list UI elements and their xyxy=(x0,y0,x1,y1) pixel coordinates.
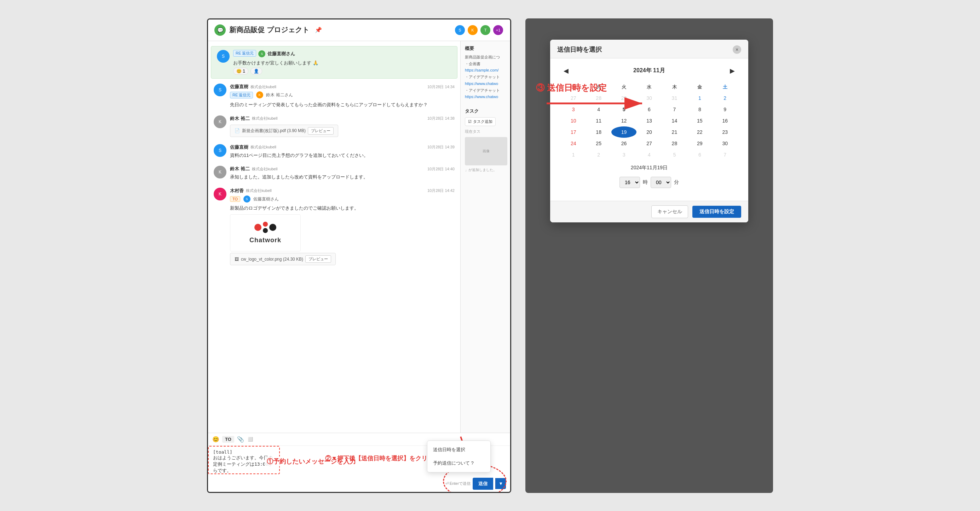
msg-company: 株式会社kubell xyxy=(250,84,276,89)
current-task-text: 現在タス xyxy=(465,129,506,134)
cal-day[interactable]: 29 xyxy=(687,138,712,149)
message-item: K 鈴木 裕二 株式会社kubell 10月28日 14:40 承知しました。追… xyxy=(208,162,460,184)
chat-input-area: 😊 TO 📎 ◻️ [toall] おはようございます。今日の定例ミーティングは… xyxy=(208,433,510,492)
emoji-icon[interactable]: 😊 xyxy=(212,436,220,443)
sidebar-image-placeholder: 画像 xyxy=(465,137,508,165)
msg-header: RE 返信元 S 佐藤直樹さん xyxy=(233,50,452,58)
send-button[interactable]: 送信 xyxy=(473,478,493,490)
reaction-icon[interactable]: 👤 xyxy=(250,68,262,75)
cal-day[interactable]: 3 xyxy=(611,149,636,160)
cal-day[interactable]: 30 xyxy=(713,138,738,149)
cal-day[interactable]: 21 xyxy=(662,126,687,138)
dot-red-large xyxy=(255,224,261,231)
cal-day[interactable]: 27 xyxy=(636,138,662,149)
msg-content: 木村香 株式会社kubell 10月28日 14:42 TO S 佐藤直樹さん … xyxy=(230,188,455,266)
task-add-button[interactable]: ☑ タスク追加 xyxy=(465,117,496,126)
msg-company: 株式会社kubell xyxy=(252,166,278,172)
mention-icon[interactable]: ◻️ xyxy=(247,436,254,443)
reaction-badge[interactable]: 😊 1 xyxy=(233,68,248,75)
cancel-button[interactable]: キャンセル xyxy=(651,205,688,218)
cal-day[interactable]: 26 xyxy=(611,138,636,149)
re-row: RE 返信元 K 鈴木 裕二さん xyxy=(230,91,455,100)
cal-day[interactable]: 7 xyxy=(713,149,738,160)
cal-day-selected[interactable]: 19 xyxy=(611,126,636,138)
msg-avatar: S xyxy=(217,50,230,63)
msg-content: 鈴木 裕二 株式会社kubell 10月28日 14:38 📄 新規企画書(改訂… xyxy=(230,115,455,137)
cal-day[interactable]: 5 xyxy=(662,149,687,160)
cal-day[interactable]: 1 xyxy=(687,93,712,104)
idea-link1[interactable]: https://www.chatwo xyxy=(465,81,506,86)
message-item: S RE 返信元 S 佐藤直樹さん お手数かけますが宜しくお願いします 🙏 😊 … xyxy=(211,46,457,79)
idea-label2: ・アイデアチャット xyxy=(465,88,506,93)
image-filename: cw_logo_vt_color.png (24.30 KB) xyxy=(241,257,303,262)
msg-content: 鈴木 裕二 株式会社kubell 10月28日 14:40 承知しました。追加し… xyxy=(230,166,455,180)
hour-select[interactable]: 16 17 18 xyxy=(619,177,640,188)
msg-header: 木村香 株式会社kubell 10月28日 14:42 xyxy=(230,188,455,194)
send-area: ⏎ Enterで送信 送信 ▼ 送信日時を選択 予約送信について ? ②▼押下後… xyxy=(208,476,510,492)
cal-day[interactable]: 25 xyxy=(586,138,611,149)
send-dropdown-button[interactable]: ▼ xyxy=(495,478,506,489)
next-month-button[interactable]: ▶ xyxy=(727,65,738,76)
cal-day[interactable]: 18 xyxy=(586,126,611,138)
msg-time: 10月28日 14:38 xyxy=(427,116,455,121)
to-avatar: S xyxy=(243,195,250,203)
cal-day[interactable]: 15 xyxy=(687,115,712,126)
cal-day[interactable]: 2 xyxy=(586,149,611,160)
msg-sender: 鈴木 裕二 xyxy=(230,115,250,122)
cal-day[interactable]: 8 xyxy=(687,104,712,115)
month-year-label: 2024年 11月 xyxy=(633,67,665,74)
re-tag: RE 返信元 xyxy=(233,50,256,57)
time-picker-row: 16 17 18 時 00 15 30 45 分 xyxy=(561,177,738,188)
cal-day[interactable]: 6 xyxy=(687,149,712,160)
preview-button[interactable]: プレビュー xyxy=(308,127,334,134)
cal-day[interactable]: 14 xyxy=(662,115,687,126)
minute-label: 分 xyxy=(674,179,679,185)
attach-icon[interactable]: 📎 xyxy=(237,436,244,443)
planning-link[interactable]: https://sample.com/ xyxy=(465,68,506,72)
idea-link2[interactable]: https://www.chatwo xyxy=(465,94,506,99)
cal-day[interactable]: 2 xyxy=(713,93,738,104)
cal-day[interactable]: 20 xyxy=(636,126,662,138)
overview-text: 新商品販促企画につ xyxy=(465,54,506,60)
modal-body: ◀ 2024年 11月 ▶ 日 月 火 水 木 金 土 xyxy=(550,58,748,201)
minute-select[interactable]: 00 15 30 45 xyxy=(651,177,671,188)
schedule-send-item[interactable]: 送信日時を選択 xyxy=(427,443,490,457)
pin-icon: 📌 xyxy=(315,27,322,33)
avatar-count: +1 xyxy=(493,24,504,36)
about-schedule-item[interactable]: 予約送信について ? xyxy=(427,457,490,470)
cal-day[interactable]: 17 xyxy=(561,126,586,138)
prev-month-button[interactable]: ◀ xyxy=(561,65,571,76)
cal-day[interactable]: 23 xyxy=(713,126,738,138)
message-input[interactable]: [toall] おはようございます。今日の定例ミーティングは13:00からです。… xyxy=(208,446,280,474)
overview-title: 概要 xyxy=(465,45,506,52)
image-preview-button[interactable]: プレビュー xyxy=(305,256,331,263)
cal-day[interactable]: 7 xyxy=(662,104,687,115)
to-tag: TO xyxy=(230,196,240,202)
to-button[interactable]: TO xyxy=(222,436,234,443)
cal-day[interactable]: 4 xyxy=(636,149,662,160)
modal-close-button[interactable]: × xyxy=(733,45,741,54)
cal-week-6: 1 2 3 4 5 6 7 xyxy=(561,149,738,160)
set-datetime-button[interactable]: 送信日時を設定 xyxy=(692,206,741,218)
channel-title: 新商品販促 プロジェクト xyxy=(229,25,309,35)
cal-day[interactable]: 22 xyxy=(687,126,712,138)
message-item: K 鈴木 裕二 株式会社kubell 10月28日 14:38 📄 新規企画書(… xyxy=(208,112,460,141)
cal-day[interactable]: 9 xyxy=(713,104,738,115)
cal-day[interactable]: 31 xyxy=(662,93,687,104)
avatar-3: T xyxy=(480,24,491,36)
cal-day[interactable]: 24 xyxy=(561,138,586,149)
msg-avatar: K xyxy=(214,166,226,179)
cal-day[interactable]: 16 xyxy=(713,115,738,126)
avatar-2: K xyxy=(467,24,478,36)
cal-day[interactable]: 1 xyxy=(561,149,586,160)
msg-text: 先日のミーティングで発表してもらった企画の資料をこちらにアップロードしてもらえま… xyxy=(230,101,455,109)
selected-date-label: 2024年11月19日 xyxy=(561,164,738,171)
send-dropdown-menu: 送信日時を選択 予約送信について ? xyxy=(427,441,491,473)
cal-day[interactable]: 28 xyxy=(662,138,687,149)
message-list: S RE 返信元 S 佐藤直樹さん お手数かけますが宜しくお願いします 🙏 😊 … xyxy=(208,41,461,433)
msg-time: 10月28日 14:39 xyxy=(427,144,455,150)
about-label: 予約送信について ? xyxy=(433,460,474,466)
msg-text: お手数かけますが宜しくお願いします 🙏 xyxy=(233,59,452,67)
schedule-send-label: 送信日時を選択 xyxy=(433,447,465,453)
msg-text: 承知しました。追加しましたら改めて資料をアップロードします。 xyxy=(230,174,455,180)
